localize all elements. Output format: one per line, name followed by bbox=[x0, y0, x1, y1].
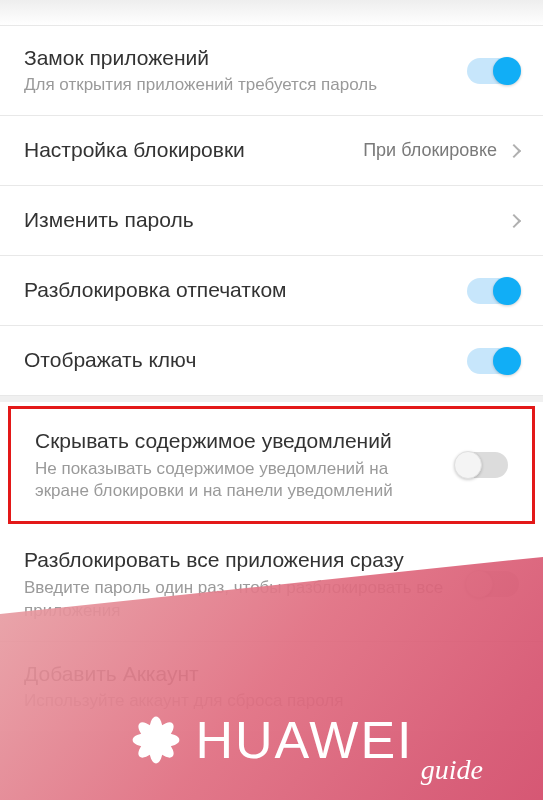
setting-title: Замок приложений bbox=[24, 44, 455, 71]
setting-hide-notifications[interactable]: Скрывать содержимое уведомлений Не показ… bbox=[11, 409, 532, 521]
setting-value: При блокировке bbox=[363, 140, 497, 161]
toggle-hide-notifications[interactable] bbox=[456, 452, 508, 478]
toggle-app-lock[interactable] bbox=[467, 58, 519, 84]
setting-lock-config[interactable]: Настройка блокировки При блокировке bbox=[0, 116, 543, 186]
setting-title: Добавить Аккаунт bbox=[24, 660, 507, 687]
setting-text: Настройка блокировки bbox=[24, 136, 363, 166]
setting-text: Разблокировка отпечатком bbox=[24, 276, 467, 306]
toggle-show-key[interactable] bbox=[467, 348, 519, 374]
chevron-right-icon bbox=[507, 144, 521, 158]
setting-change-password[interactable]: Изменить пароль bbox=[0, 186, 543, 256]
watermark-sub: guide bbox=[421, 754, 483, 786]
toggle-fingerprint[interactable] bbox=[467, 278, 519, 304]
highlight-box: Скрывать содержимое уведомлений Не показ… bbox=[8, 406, 535, 524]
chevron-right-icon bbox=[507, 214, 521, 228]
spacer bbox=[0, 396, 543, 402]
header-shadow bbox=[0, 0, 543, 26]
setting-text: Изменить пароль bbox=[24, 206, 509, 236]
setting-title: Отображать ключ bbox=[24, 346, 455, 373]
setting-fingerprint-unlock[interactable]: Разблокировка отпечатком bbox=[0, 256, 543, 326]
setting-title: Разблокировка отпечатком bbox=[24, 276, 455, 303]
setting-title: Разблокировать все приложения сразу bbox=[24, 546, 455, 573]
setting-right: При блокировке bbox=[363, 140, 519, 161]
setting-text: Разблокировать все приложения сразу Введ… bbox=[24, 546, 467, 622]
setting-subtitle: Для открытия приложений требуется пароль bbox=[24, 74, 455, 97]
settings-list: Замок приложений Для открытия приложений… bbox=[0, 0, 543, 731]
setting-subtitle: Используйте аккаунт для сброса пароля bbox=[24, 690, 507, 713]
setting-show-key[interactable]: Отображать ключ bbox=[0, 326, 543, 396]
setting-subtitle: Не показывать содержимое уведомлений на … bbox=[35, 458, 444, 504]
setting-text: Замок приложений Для открытия приложений… bbox=[24, 44, 467, 97]
toggle-unlock-all[interactable] bbox=[467, 571, 519, 597]
setting-title: Изменить пароль bbox=[24, 206, 497, 233]
setting-text: Скрывать содержимое уведомлений Не показ… bbox=[35, 427, 456, 503]
setting-subtitle: Введите пароль один раз, чтобы разблокир… bbox=[24, 577, 455, 623]
setting-text: Добавить Аккаунт Используйте аккаунт для… bbox=[24, 660, 519, 713]
setting-text: Отображать ключ bbox=[24, 346, 467, 376]
setting-title: Скрывать содержимое уведомлений bbox=[35, 427, 444, 454]
setting-unlock-all[interactable]: Разблокировать все приложения сразу Введ… bbox=[0, 528, 543, 641]
setting-add-account[interactable]: Добавить Аккаунт Используйте аккаунт для… bbox=[0, 642, 543, 731]
setting-app-lock[interactable]: Замок приложений Для открытия приложений… bbox=[0, 26, 543, 116]
setting-title: Настройка блокировки bbox=[24, 136, 351, 163]
